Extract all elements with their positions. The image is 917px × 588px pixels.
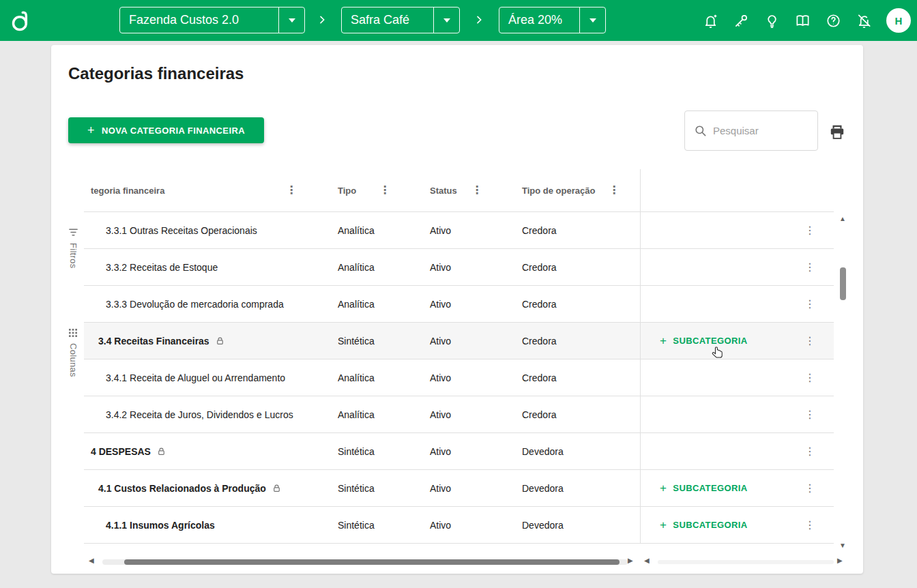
content-card: Categorias financeiras + NOVA CATEGORIA … bbox=[51, 45, 863, 574]
category-name: 3.3.2 Receitas de Estoque bbox=[106, 262, 218, 273]
cell-tipo: Sintética bbox=[338, 470, 430, 506]
row-menu-button[interactable]: ⋮ bbox=[804, 372, 815, 383]
header-status: Status ⋮ bbox=[430, 169, 522, 211]
subcategory-label: SUBCATEGORIA bbox=[673, 520, 747, 530]
plus-icon: + bbox=[87, 124, 95, 136]
header-menu-button[interactable]: ⋮ bbox=[286, 185, 297, 196]
scroll-right-icon[interactable]: ▶ bbox=[628, 557, 633, 564]
cell-operacao: Credora bbox=[522, 212, 640, 248]
category-name-cell: 3.4.2 Receita de Juros, Dividendos e Luc… bbox=[84, 396, 338, 432]
row-menu-button[interactable]: ⋮ bbox=[804, 446, 815, 457]
scroll-left-icon[interactable]: ◀ bbox=[89, 557, 94, 564]
app-window: Fazenda Custos 2.0 Safra Café Área 20% bbox=[0, 0, 917, 588]
notification-add-icon[interactable] bbox=[702, 12, 718, 29]
chevron-down-icon bbox=[433, 8, 459, 33]
header-menu-button[interactable]: ⋮ bbox=[609, 185, 620, 196]
category-name: 3.4.1 Receita de Aluguel ou Arrendamento bbox=[106, 372, 285, 383]
table-body: 3.3.1 Outras Receitas Operacionais Analí… bbox=[84, 212, 834, 544]
subcategory-label: SUBCATEGORIA bbox=[673, 336, 747, 346]
new-category-button[interactable]: + NOVA CATEGORIA FINANCEIRA bbox=[68, 117, 264, 143]
row-menu-button[interactable]: ⋮ bbox=[804, 336, 815, 347]
cell-tipo: Analítica bbox=[338, 396, 430, 432]
cell-operacao: Devedora bbox=[522, 507, 640, 543]
row-menu-button[interactable]: ⋮ bbox=[804, 225, 815, 236]
lock-icon bbox=[157, 447, 166, 456]
pinned-scroll-right-icon[interactable]: ▶ bbox=[837, 557, 843, 564]
cell-status: Ativo bbox=[430, 359, 522, 396]
header-tipo: Tipo ⋮ bbox=[338, 169, 430, 211]
lightbulb-icon[interactable] bbox=[763, 12, 780, 29]
table-row: 3.3.1 Outras Receitas Operacionais Analí… bbox=[84, 212, 834, 249]
header-menu-button[interactable]: ⋮ bbox=[379, 185, 390, 196]
pinned-hscrollbar-track[interactable] bbox=[658, 560, 834, 564]
row-menu-button[interactable]: ⋮ bbox=[804, 409, 815, 420]
brand-logo-icon[interactable] bbox=[10, 8, 33, 33]
notifications-off-icon[interactable] bbox=[856, 12, 872, 29]
header-category: tegoria financeira ⋮ bbox=[84, 169, 338, 211]
category-name-cell: 4.1.1 Insumos Agrícolas bbox=[84, 507, 338, 543]
cell-status: Ativo bbox=[430, 286, 522, 322]
category-name: 4 DESPESAS bbox=[91, 446, 151, 457]
subcategory-label: SUBCATEGORIA bbox=[673, 483, 747, 493]
cell-tipo: Sintética bbox=[338, 433, 430, 469]
category-name-cell: 3.4.1 Receita de Aluguel ou Arrendamento bbox=[84, 359, 338, 396]
category-name: 3.4 Receitas Financeiras bbox=[98, 336, 209, 347]
cell-actions: ⋮ bbox=[640, 433, 834, 469]
cell-tipo: Analítica bbox=[338, 249, 430, 285]
row-menu-button[interactable]: ⋮ bbox=[804, 299, 815, 310]
user-avatar[interactable]: H bbox=[886, 8, 911, 33]
categories-table: tegoria financeira ⋮ Tipo ⋮ Status ⋮ Tip… bbox=[84, 169, 834, 544]
columns-grid-icon bbox=[68, 327, 78, 338]
season-selector[interactable]: Safra Café bbox=[341, 7, 460, 33]
book-icon[interactable] bbox=[794, 12, 811, 29]
table-row: 3.4.2 Receita de Juros, Dividendos e Luc… bbox=[84, 396, 834, 433]
page-title: Categorias financeiras bbox=[68, 64, 244, 83]
search-icon bbox=[694, 124, 707, 137]
plus-icon: + bbox=[660, 519, 667, 531]
category-name-cell: 3.3.3 Devolução de mercadoria comprada bbox=[84, 286, 338, 322]
category-name: 3.3.3 Devolução de mercadoria comprada bbox=[106, 299, 284, 310]
cell-operacao: Devedora bbox=[522, 470, 640, 506]
filters-tab[interactable]: Filtros bbox=[68, 226, 79, 269]
header-menu-button[interactable]: ⋮ bbox=[471, 185, 482, 196]
category-name: 3.4.2 Receita de Juros, Dividendos e Luc… bbox=[106, 409, 293, 420]
cell-actions: ⋮ bbox=[640, 249, 834, 285]
add-subcategory-button[interactable]: + SUBCATEGORIA bbox=[660, 482, 748, 494]
key-icon[interactable] bbox=[733, 12, 749, 29]
table-header: tegoria financeira ⋮ Tipo ⋮ Status ⋮ Tip… bbox=[84, 169, 834, 212]
pinned-scroll-left-icon[interactable]: ◀ bbox=[644, 557, 650, 564]
add-subcategory-button[interactable]: + SUBCATEGORIA bbox=[660, 519, 748, 531]
cell-actions: ⋮ bbox=[640, 286, 834, 322]
search-input[interactable] bbox=[713, 125, 809, 136]
breadcrumb-chevron-icon bbox=[474, 14, 484, 25]
category-name: 4.1.1 Insumos Agrícolas bbox=[106, 520, 215, 531]
print-button[interactable] bbox=[828, 123, 846, 141]
columns-tab[interactable]: Colunas bbox=[68, 327, 78, 377]
scroll-down-icon[interactable]: ▼ bbox=[839, 542, 846, 549]
vscrollbar-thumb[interactable] bbox=[840, 267, 846, 300]
cell-tipo: Analítica bbox=[338, 359, 430, 396]
scroll-up-icon[interactable]: ▲ bbox=[839, 216, 846, 222]
hscrollbar-thumb[interactable] bbox=[124, 559, 620, 565]
category-name-cell: 3.3.1 Outras Receitas Operacionais bbox=[84, 212, 338, 248]
cell-status: Ativo bbox=[430, 433, 522, 469]
columns-tab-label: Colunas bbox=[68, 343, 78, 377]
category-name-cell: 4 DESPESAS bbox=[84, 433, 338, 469]
cell-actions: + SUBCATEGORIA ⋮ bbox=[640, 323, 834, 359]
table-row: 4.1.1 Insumos Agrícolas Sintética Ativo … bbox=[84, 507, 834, 544]
row-menu-button[interactable]: ⋮ bbox=[804, 483, 815, 494]
add-subcategory-button[interactable]: + SUBCATEGORIA bbox=[660, 335, 748, 347]
farm-selector[interactable]: Fazenda Custos 2.0 bbox=[119, 7, 305, 33]
help-icon[interactable] bbox=[825, 12, 841, 29]
plus-icon: + bbox=[660, 482, 667, 494]
cell-status: Ativo bbox=[430, 323, 522, 359]
table-row: 4 DESPESAS Sintética Ativo Devedora ⋮ bbox=[84, 433, 834, 470]
new-category-label: NOVA CATEGORIA FINANCEIRA bbox=[102, 126, 245, 136]
header-actions bbox=[640, 169, 834, 211]
area-selector[interactable]: Área 20% bbox=[499, 7, 606, 33]
category-name-cell: 3.3.2 Receitas de Estoque bbox=[84, 249, 338, 285]
table-row: 3.4 Receitas Financeiras Sintética Ativo… bbox=[84, 323, 834, 359]
row-menu-button[interactable]: ⋮ bbox=[804, 262, 815, 273]
cell-actions: ⋮ bbox=[640, 396, 834, 432]
row-menu-button[interactable]: ⋮ bbox=[804, 520, 815, 531]
